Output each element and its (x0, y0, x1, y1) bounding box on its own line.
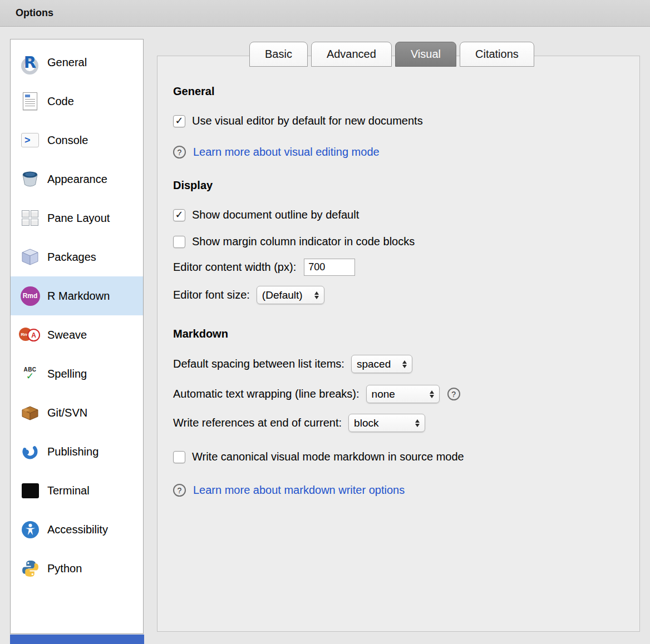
spelling-icon: ABC ✓ (16, 367, 44, 381)
stepper-arrows-icon (314, 291, 319, 299)
sidebar-item-label: Accessibility (47, 523, 108, 536)
rmarkdown-icon: Rmd (16, 286, 44, 306)
sidebar-item-label: Spelling (47, 368, 87, 380)
sidebar-item-terminal[interactable]: Terminal (11, 471, 143, 510)
show-outline-checkbox[interactable]: ✓ (173, 209, 185, 221)
sidebar-bottom-strip (10, 635, 144, 644)
code-document-icon (16, 92, 44, 110)
sidebar-item-code[interactable]: Code (11, 82, 143, 121)
editor-font-size-select[interactable]: (Default) (257, 286, 324, 304)
sidebar-item-label: R Markdown (47, 290, 110, 303)
paint-bucket-icon (16, 170, 44, 189)
sidebar-item-publishing[interactable]: Publishing (11, 432, 143, 471)
show-outline-label: Show document outline by default (192, 209, 359, 221)
help-icon[interactable]: ? (173, 484, 186, 497)
options-sidebar: R General Code > Console Appearance Pane… (10, 39, 144, 634)
selected-option: (Default) (262, 289, 303, 301)
python-icon (16, 559, 44, 578)
wrapping-help-icon[interactable]: ? (447, 388, 460, 400)
sidebar-item-label: Terminal (47, 484, 90, 497)
sidebar-item-label: Publishing (47, 445, 99, 458)
sidebar-item-packages[interactable]: Packages (11, 237, 143, 276)
references-label: Write references at end of current: (173, 417, 342, 429)
visual-editing-help-row: ? Learn more about visual editing mode (173, 146, 626, 158)
content-width-label: Editor content width (px): (173, 261, 296, 274)
r-logo-icon: R (16, 55, 44, 71)
sidebar-item-sweave[interactable]: Rnw A Sweave (11, 315, 143, 354)
stepper-arrows-icon (402, 360, 407, 368)
display-section-heading: Display (173, 179, 626, 192)
canonical-markdown-label: Write canonical visual mode markdown in … (192, 450, 464, 463)
stepper-arrows-icon (415, 419, 420, 427)
checkmark-icon: ✓ (175, 116, 183, 126)
sidebar-item-general[interactable]: R General (11, 43, 143, 82)
text-wrapping-label: Automatic text wrapping (line breaks): (173, 388, 360, 400)
use-visual-editor-label: Use visual editor by default for new doc… (192, 115, 423, 127)
checkmark-icon: ✓ (175, 210, 183, 220)
sidebar-item-python[interactable]: Python (11, 549, 143, 588)
font-size-row: Editor font size: (Default) (173, 286, 626, 304)
sidebar-item-git-svn[interactable]: Git/SVN (11, 393, 143, 432)
use-visual-editor-checkbox[interactable]: ✓ (173, 115, 185, 127)
general-section-heading: General (173, 85, 626, 98)
tab-basic[interactable]: Basic (249, 42, 308, 67)
sidebar-item-label: Appearance (47, 173, 107, 186)
list-spacing-select[interactable]: spaced (351, 355, 412, 373)
visual-tab-panel: General ✓ Use visual editor by default f… (157, 56, 640, 632)
pane-layout-icon (16, 210, 44, 226)
package-box-icon (16, 247, 44, 266)
tab-visual[interactable]: Visual (395, 42, 456, 67)
sidebar-item-label: Sweave (47, 329, 87, 341)
console-icon: > (16, 133, 44, 147)
document-outline-checkbox-row: ✓ Show document outline by default (173, 209, 626, 221)
sidebar-item-accessibility[interactable]: Accessibility (11, 510, 143, 549)
tab-citations[interactable]: Citations (460, 42, 534, 67)
sidebar-item-label: Python (47, 562, 82, 575)
terminal-icon (16, 483, 44, 498)
sidebar-item-label: Console (47, 134, 88, 147)
sidebar-item-console[interactable]: > Console (11, 121, 143, 160)
show-margin-label: Show margin column indicator in code blo… (192, 235, 415, 248)
sidebar-item-spelling[interactable]: ABC ✓ Spelling (11, 354, 143, 393)
references-row: Write references at end of current: bloc… (173, 414, 626, 432)
sidebar-item-appearance[interactable]: Appearance (11, 160, 143, 199)
tab-advanced[interactable]: Advanced (311, 42, 392, 67)
markdown-writer-learn-more-link[interactable]: Learn more about markdown writer options (193, 484, 405, 497)
window-title: Options (16, 7, 53, 19)
sidebar-item-pane-layout[interactable]: Pane Layout (11, 199, 143, 237)
sidebar-item-label: General (47, 56, 87, 69)
text-wrapping-row: Automatic text wrapping (line breaks): n… (173, 385, 626, 403)
visual-editor-checkbox-row: ✓ Use visual editor by default for new d… (173, 115, 626, 127)
margin-column-checkbox-row: Show margin column indicator in code blo… (173, 235, 626, 248)
text-wrapping-select[interactable]: none (366, 385, 440, 403)
canonical-markdown-checkbox-row: Write canonical visual mode markdown in … (173, 450, 626, 463)
publishing-icon (16, 443, 44, 460)
sidebar-item-label: Pane Layout (47, 212, 110, 225)
show-margin-checkbox[interactable] (173, 236, 185, 248)
selected-option: block (354, 417, 378, 429)
stepper-arrows-icon (430, 390, 434, 398)
window-titlebar: Options (0, 0, 650, 27)
pdf-badge-icon: A (27, 329, 40, 341)
font-size-label: Editor font size: (173, 289, 250, 301)
accessibility-icon (16, 521, 44, 539)
sweave-icon: Rnw A (16, 327, 44, 343)
markdown-section-heading: Markdown (173, 328, 626, 340)
green-check-icon: ✓ (26, 371, 34, 381)
list-spacing-row: Default spacing between list items: spac… (173, 355, 626, 373)
sidebar-item-label: Git/SVN (47, 407, 87, 419)
visual-editing-learn-more-link[interactable]: Learn more about visual editing mode (193, 146, 380, 158)
list-spacing-label: Default spacing between list items: (173, 358, 344, 370)
sidebar-item-label: Code (47, 95, 74, 108)
sidebar-item-r-markdown[interactable]: Rmd R Markdown (11, 276, 143, 315)
tab-bar: Basic Advanced Visual Citations (249, 42, 534, 67)
sidebar-item-label: Packages (47, 251, 96, 264)
help-icon[interactable]: ? (173, 146, 186, 158)
selected-option: spaced (357, 358, 391, 370)
canonical-markdown-checkbox[interactable] (173, 451, 185, 463)
markdown-writer-help-row: ? Learn more about markdown writer optio… (173, 484, 626, 497)
git-svn-box-icon (16, 404, 44, 421)
editor-content-width-input[interactable] (304, 259, 355, 276)
references-select[interactable]: block (348, 414, 425, 432)
selected-option: none (372, 388, 395, 400)
